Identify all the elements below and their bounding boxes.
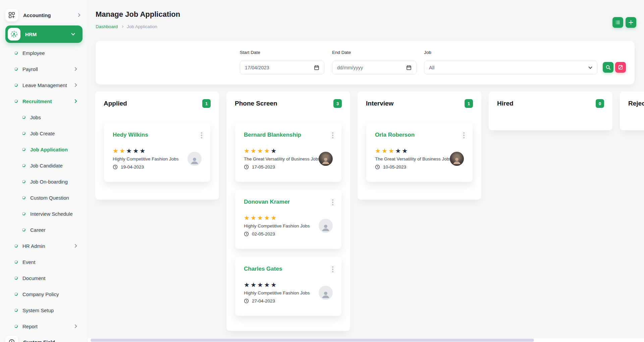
sidebar-item-event[interactable]: Event xyxy=(5,254,83,270)
star-icon: ★ xyxy=(140,148,145,154)
horizontal-scrollbar[interactable] xyxy=(88,338,644,342)
sidebar-item-jobs[interactable]: Jobs xyxy=(5,109,83,125)
candidate-name-link[interactable]: Orla Roberson xyxy=(375,132,415,138)
sidebar-item-system-setup[interactable]: System Setup xyxy=(5,302,83,318)
rating-stars: ★★★★★ xyxy=(113,148,186,154)
kebab-menu-icon[interactable] xyxy=(331,266,334,273)
kebab-menu-icon[interactable] xyxy=(463,132,465,139)
sidebar-module-label: HRM xyxy=(25,31,72,37)
candidate-name-link[interactable]: Donovan Kramer xyxy=(244,199,290,205)
bullet-icon xyxy=(14,67,18,71)
candidate-name-link[interactable]: Hedy Wilkins xyxy=(113,132,148,138)
bullet-icon xyxy=(14,308,18,312)
sidebar-module-custom-field[interactable]: Custom Field xyxy=(5,334,83,342)
column-title: Phone Screen xyxy=(235,100,277,107)
scrollbar-thumb[interactable] xyxy=(91,339,534,342)
column-body: Orla Roberson ★★★★★ The Great Versatilit… xyxy=(358,116,481,182)
search-button[interactable] xyxy=(603,62,613,73)
sidebar-item-label: HR Admin xyxy=(22,243,74,249)
sidebar-item-job-candidate[interactable]: Job Candidate xyxy=(5,157,83,174)
column-header: Hired 0 xyxy=(489,91,612,116)
sidebar-item-label: Custom Question xyxy=(30,195,79,201)
sidebar-item-payroll[interactable]: Payroll xyxy=(5,61,83,77)
start-date-label: Start Date xyxy=(240,50,260,55)
card-meta: ★★★★★ Highly Competitive Fashion Jobs 02… xyxy=(244,215,333,236)
application-card[interactable]: Orla Roberson ★★★★★ The Great Versatilit… xyxy=(366,123,473,182)
sidebar-item-document[interactable]: Document xyxy=(5,270,83,286)
sidebar-item-company-policy[interactable]: Company Policy xyxy=(5,286,83,302)
star-icon: ★ xyxy=(257,215,263,221)
star-icon: ★ xyxy=(264,282,270,288)
sidebar-item-job-application[interactable]: Job Application xyxy=(5,141,83,157)
kanban-board: Applied 1 Hedy Wilkins ★★★★★ Highly Comp… xyxy=(95,91,644,342)
applied-date: 02-05-2023 xyxy=(244,231,317,236)
column-applied: Applied 1 Hedy Wilkins ★★★★★ Highly Comp… xyxy=(95,91,219,200)
sidebar-item-leave-management[interactable]: Leave Management xyxy=(5,77,83,93)
breadcrumb-dashboard-link[interactable]: Dashboard xyxy=(96,24,118,29)
star-icon: ★ xyxy=(271,148,276,154)
bullet-icon xyxy=(22,147,26,151)
sidebar-item-report[interactable]: Report xyxy=(5,318,83,334)
rating-stars: ★★★★★ xyxy=(244,215,317,221)
column-count-badge: 1 xyxy=(465,99,473,108)
star-icon: ★ xyxy=(382,148,387,154)
list-view-button[interactable] xyxy=(612,17,623,28)
sidebar-item-label: Job Create xyxy=(30,131,79,136)
start-date-input[interactable]: 17/04/2023 xyxy=(240,61,324,74)
chevron-right-icon xyxy=(121,25,123,28)
job-title: Highly Competitive Fashion Jobs xyxy=(113,156,186,161)
sidebar-item-label: Custom Field xyxy=(23,339,83,342)
search-icon xyxy=(605,65,611,70)
calendar-icon xyxy=(406,65,412,70)
start-date-value: 17/04/2023 xyxy=(245,65,269,70)
filter-panel: Start Date 17/04/2023 End Date dd/mm/yyy… xyxy=(96,41,635,84)
job-title: The Great Versatility of Business Jobs xyxy=(244,156,317,161)
sidebar-item-hr-admin[interactable]: HR Admin xyxy=(5,238,83,254)
bullet-icon xyxy=(14,260,18,264)
sidebar-item-employee[interactable]: Employee xyxy=(5,45,83,61)
applied-date-value: 27-04-2023 xyxy=(252,298,275,303)
sidebar-item-custom-question[interactable]: Custom Question xyxy=(5,190,83,206)
chevron-right-icon xyxy=(73,99,77,103)
kebab-menu-icon[interactable] xyxy=(331,132,334,139)
sidebar-item-label: Interview Schedule xyxy=(30,211,79,217)
job-select[interactable]: All xyxy=(424,61,597,74)
application-card[interactable]: Hedy Wilkins ★★★★★ Highly Competitive Fa… xyxy=(104,123,210,182)
sidebar-module-hrm[interactable]: HRM xyxy=(5,25,83,43)
column-count-badge: 0 xyxy=(596,99,604,108)
star-icon: ★ xyxy=(375,148,381,154)
application-card[interactable]: Donovan Kramer ★★★★★ Highly Competitive … xyxy=(235,190,341,249)
application-card[interactable]: Bernard Blankenship ★★★★★ The Great Vers… xyxy=(235,123,341,182)
custom-field-icon-box xyxy=(5,336,18,342)
application-card[interactable]: Charles Gates ★★★★★ Highly Competitive F… xyxy=(235,257,341,316)
sidebar-item-job-onboarding[interactable]: Job On-boarding xyxy=(5,174,83,190)
sidebar-item-label: Recruitment xyxy=(22,98,74,104)
sidebar-item-label: Job On-boarding xyxy=(30,179,79,185)
kebab-menu-icon[interactable] xyxy=(200,132,203,139)
bullet-icon xyxy=(22,180,26,184)
sidebar-module-accounting[interactable]: Accounting xyxy=(5,7,83,23)
accounting-icon-box xyxy=(5,9,18,21)
sidebar-item-recruitment[interactable]: Recruitment xyxy=(5,93,83,109)
card-details: ★★★★★ Highly Competitive Fashion Jobs 02… xyxy=(244,215,317,236)
candidate-name-link[interactable]: Charles Gates xyxy=(244,266,282,272)
sidebar-module-label: Accounting xyxy=(23,12,77,18)
sidebar: Accounting HRM Employee Payroll Leave Ma… xyxy=(0,0,87,342)
kebab-menu-icon[interactable] xyxy=(331,199,334,206)
add-application-button[interactable] xyxy=(626,17,636,28)
sidebar-item-label: Job Candidate xyxy=(30,163,79,168)
star-icon: ★ xyxy=(264,148,270,154)
sidebar-item-job-create[interactable]: Job Create xyxy=(5,125,83,141)
end-date-input[interactable]: dd/mm/yyyy xyxy=(332,61,417,74)
sidebar-item-career[interactable]: Career xyxy=(5,222,83,238)
star-icon: ★ xyxy=(388,148,394,154)
sidebar-item-interview-schedule[interactable]: Interview Schedule xyxy=(5,206,83,222)
avatar xyxy=(319,286,333,300)
chevron-right-icon xyxy=(73,67,77,71)
reset-filter-button[interactable] xyxy=(615,62,626,73)
job-select-value: All xyxy=(429,65,434,70)
column-header: Rejected xyxy=(620,91,644,116)
end-date-label: End Date xyxy=(332,50,351,55)
candidate-name-link[interactable]: Bernard Blankenship xyxy=(244,132,301,138)
star-icon: ★ xyxy=(271,282,276,288)
